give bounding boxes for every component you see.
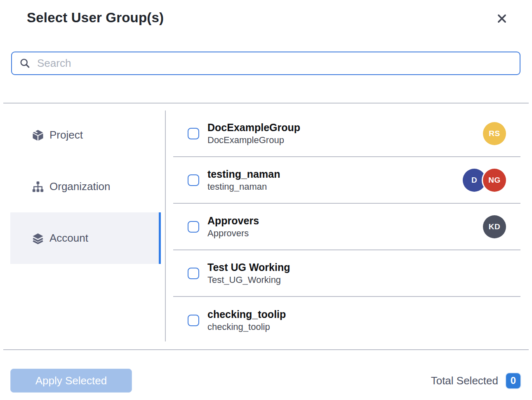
group-checkbox[interactable]: [188, 315, 199, 326]
group-text: DocExampleGroupDocExampleGroup: [207, 122, 300, 146]
total-selected-label: Total Selected: [431, 374, 498, 387]
group-title: Approvers: [207, 215, 259, 227]
header-divider: [3, 103, 529, 104]
group-title: Test UG Working: [207, 261, 290, 273]
select-user-groups-modal: Select User Group(s) Project Organizatio…: [0, 0, 532, 400]
total-selected-badge: 0: [506, 373, 520, 388]
group-title: testing_naman: [207, 168, 280, 180]
group-text: Test UG WorkingTest_UG_Working: [207, 261, 290, 285]
group-row: ApproversApproversKD: [173, 204, 520, 250]
avatar: KD: [483, 215, 506, 238]
close-icon: [496, 12, 508, 25]
sidebar-item-project[interactable]: Project: [10, 109, 161, 161]
layers-icon: [32, 232, 44, 245]
user-group-list: DocExampleGroupDocExampleGroupRStesting_…: [173, 111, 520, 344]
group-avatars: KD: [483, 215, 506, 238]
apply-selected-button[interactable]: Apply Selected: [10, 369, 132, 393]
search-icon: [19, 58, 31, 69]
cube-icon: [32, 129, 44, 141]
avatar: D: [463, 169, 486, 192]
close-button[interactable]: [494, 11, 509, 26]
total-selected: Total Selected 0: [431, 372, 520, 389]
group-avatars: DNG: [463, 169, 506, 192]
group-checkbox[interactable]: [188, 174, 199, 186]
group-checkbox[interactable]: [188, 221, 199, 233]
sidebar-item-label: Project: [49, 129, 83, 141]
vertical-divider: [165, 111, 166, 341]
search-input[interactable]: [37, 57, 512, 70]
group-subtitle: testing_naman: [207, 181, 280, 192]
group-row: Test UG WorkingTest_UG_Working: [173, 250, 520, 297]
group-subtitle: DocExampleGroup: [207, 135, 300, 146]
group-checkbox[interactable]: [188, 128, 199, 139]
sidebar-tabs: Project Organization Account: [10, 109, 161, 264]
page-title: Select User Group(s): [27, 10, 164, 26]
avatar: NG: [483, 169, 506, 192]
group-text: checking_toolipchecking_toolip: [207, 308, 286, 332]
sidebar-item-label: Account: [49, 232, 88, 245]
sidebar-item-account[interactable]: Account: [10, 212, 161, 264]
group-subtitle: Approvers: [207, 228, 259, 239]
group-title: checking_toolip: [207, 308, 286, 320]
org-chart-icon: [32, 181, 44, 193]
group-avatars: RS: [483, 122, 506, 145]
group-checkbox[interactable]: [188, 268, 199, 279]
group-row: checking_toolipchecking_toolip: [173, 297, 520, 344]
avatar: RS: [483, 122, 506, 145]
group-row: testing_namantesting_namanDNG: [173, 157, 520, 204]
footer-divider: [3, 349, 529, 350]
group-title: DocExampleGroup: [207, 122, 300, 134]
group-text: testing_namantesting_naman: [207, 168, 280, 192]
group-text: ApproversApprovers: [207, 215, 259, 239]
sidebar-item-organization[interactable]: Organization: [10, 161, 161, 212]
group-subtitle: Test_UG_Working: [207, 275, 290, 285]
sidebar-item-label: Organization: [49, 180, 110, 193]
search-box: [11, 52, 520, 75]
group-row: DocExampleGroupDocExampleGroupRS: [173, 111, 520, 157]
group-subtitle: checking_toolip: [207, 322, 286, 332]
